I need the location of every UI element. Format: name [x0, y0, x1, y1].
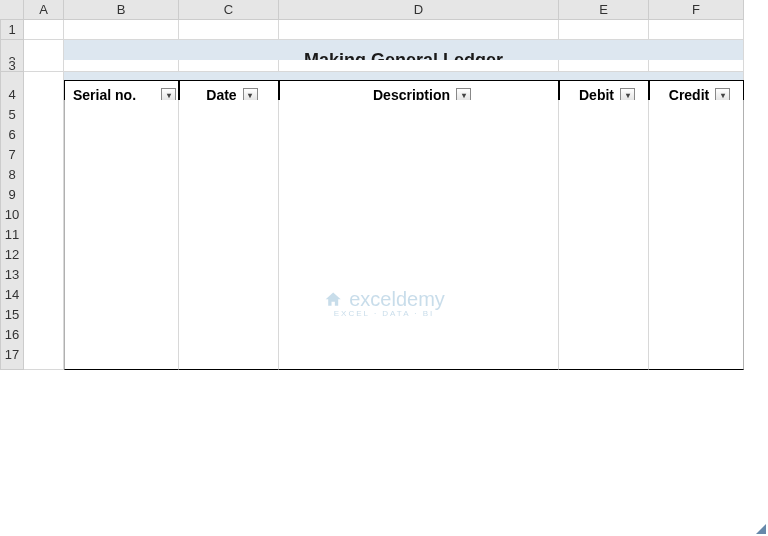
cell[interactable] [179, 340, 279, 370]
col-header-E[interactable]: E [559, 0, 649, 20]
cell[interactable] [179, 60, 279, 72]
select-all-corner[interactable] [0, 0, 24, 20]
cell[interactable] [649, 60, 744, 72]
cell[interactable] [649, 20, 744, 40]
col-header-F[interactable]: F [649, 0, 744, 20]
cell[interactable] [279, 340, 559, 370]
cell[interactable] [64, 20, 179, 40]
cell[interactable] [24, 20, 64, 40]
col-header-C[interactable]: C [179, 0, 279, 20]
cell[interactable] [649, 340, 744, 370]
cell[interactable] [279, 60, 559, 72]
cell[interactable] [559, 20, 649, 40]
cell[interactable] [179, 20, 279, 40]
cell[interactable] [279, 20, 559, 40]
cell[interactable] [24, 60, 64, 72]
col-header-B[interactable]: B [64, 0, 179, 20]
col-header-A[interactable]: A [24, 0, 64, 20]
row-header-3[interactable]: 3 [0, 60, 24, 72]
cell[interactable] [559, 340, 649, 370]
resize-handle-icon[interactable] [756, 524, 766, 534]
cell[interactable] [559, 60, 649, 72]
cell[interactable] [64, 60, 179, 72]
col-header-D[interactable]: D [279, 0, 559, 20]
spreadsheet-grid: A B C D E F 1 2 Making General Ledger 3 … [0, 0, 768, 360]
cell[interactable] [24, 340, 64, 370]
row-header-17[interactable]: 17 [0, 340, 24, 370]
cell[interactable] [64, 340, 179, 370]
row-header-1[interactable]: 1 [0, 20, 24, 40]
